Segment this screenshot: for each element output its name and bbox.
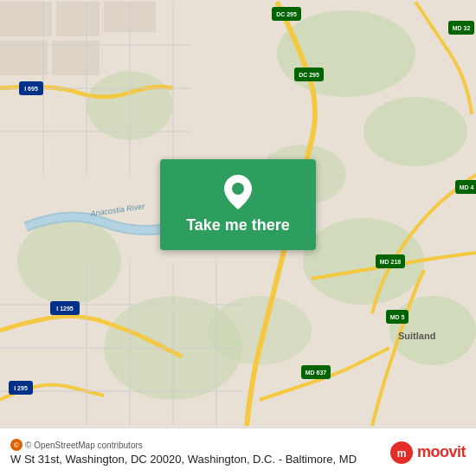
moovit-brand-text: moovit [417, 443, 466, 461]
moovit-logo: m moovit [389, 441, 466, 465]
svg-text:I 695: I 695 [24, 86, 38, 92]
svg-text:MD 218: MD 218 [380, 259, 402, 265]
svg-text:DC 295: DC 295 [299, 72, 319, 78]
osm-logo-icon: © [10, 439, 23, 451]
svg-rect-14 [52, 41, 100, 75]
svg-text:MD 5: MD 5 [390, 314, 405, 320]
svg-point-7 [17, 218, 121, 305]
cta-label: Take me there [186, 216, 290, 235]
footer-left: © © OpenStreetMap contributors W St 31st… [10, 439, 357, 466]
footer: © © OpenStreetMap contributors W St 31st… [0, 428, 476, 476]
svg-text:I 1295: I 1295 [56, 306, 74, 312]
svg-text:MD 4: MD 4 [460, 184, 474, 190]
svg-text:m: m [397, 447, 407, 460]
svg-point-2 [363, 97, 467, 166]
svg-text:Suitland: Suitland [398, 331, 435, 341]
location-pin-icon [224, 175, 252, 209]
svg-rect-11 [56, 2, 100, 36]
osm-attribution-text: © OpenStreetMap contributors [25, 441, 143, 450]
app: I 695 DC 295 DC 295 MD 32 MD 4 MD 218 MD… [0, 0, 476, 476]
map-container: I 695 DC 295 DC 295 MD 32 MD 4 MD 218 MD… [0, 0, 476, 428]
address-text: W St 31st, Washington, DC 20020, Washing… [10, 453, 357, 466]
svg-rect-13 [0, 41, 48, 75]
take-me-there-button[interactable]: Take me there [160, 159, 316, 250]
svg-point-51 [232, 183, 244, 195]
svg-text:DC 295: DC 295 [276, 11, 297, 17]
svg-text:MD 637: MD 637 [306, 370, 327, 376]
moovit-icon: m [389, 441, 414, 465]
svg-rect-10 [0, 2, 52, 36]
svg-text:MD 32: MD 32 [453, 25, 471, 31]
osm-attribution: © © OpenStreetMap contributors [10, 439, 357, 451]
svg-text:I 295: I 295 [14, 385, 28, 391]
